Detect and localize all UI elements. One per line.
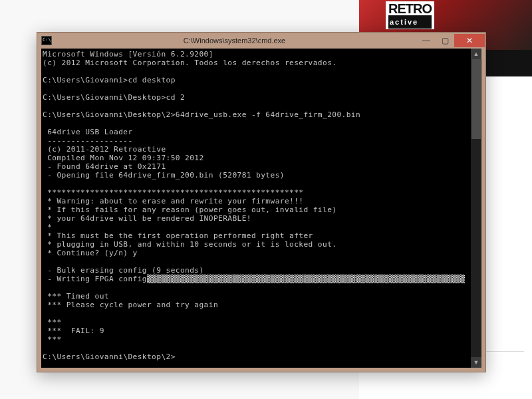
- retroactive-logo: RETRO active: [386, 1, 434, 29]
- scroll-track[interactable]: [471, 59, 481, 357]
- logo-sub: active: [388, 15, 432, 29]
- terminal-output[interactable]: Microsoft Windows [Versión 6.2.9200] (c)…: [41, 49, 471, 368]
- scroll-down-button[interactable]: ▼: [471, 357, 481, 368]
- window-title: C:\Windows\system32\cmd.exe: [52, 37, 417, 45]
- scrollbar[interactable]: ▲ ▼: [471, 49, 481, 368]
- titlebar[interactable]: C:\ C:\Windows\system32\cmd.exe — ▢ ✕: [37, 33, 485, 49]
- progress-bar: ▒▒▒▒▒▒▒▒▒▒▒▒▒▒▒▒▒▒▒▒▒▒▒▒▒▒▒▒▒▒▒▒▒▒▒▒▒▒▒▒…: [147, 275, 465, 283]
- scroll-up-button[interactable]: ▲: [471, 49, 481, 59]
- window-controls: — ▢ ✕: [417, 34, 485, 47]
- logo-top: RETRO: [388, 1, 432, 16]
- close-button[interactable]: ✕: [454, 34, 485, 47]
- cmd-icon: C:\: [41, 36, 52, 45]
- minimize-button[interactable]: —: [417, 34, 436, 47]
- cmd-window: C:\ C:\Windows\system32\cmd.exe — ▢ ✕ Mi…: [37, 32, 486, 372]
- scroll-thumb[interactable]: [471, 59, 481, 139]
- maximize-button[interactable]: ▢: [436, 34, 454, 47]
- terminal-body: Microsoft Windows [Versión 6.2.9200] (c)…: [41, 49, 481, 368]
